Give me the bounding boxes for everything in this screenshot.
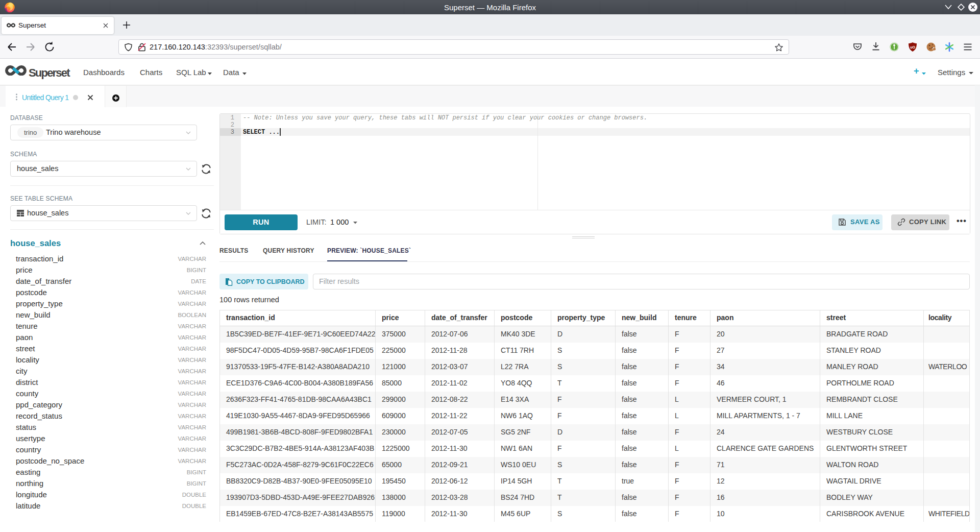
svg-text:uO: uO (910, 45, 915, 49)
